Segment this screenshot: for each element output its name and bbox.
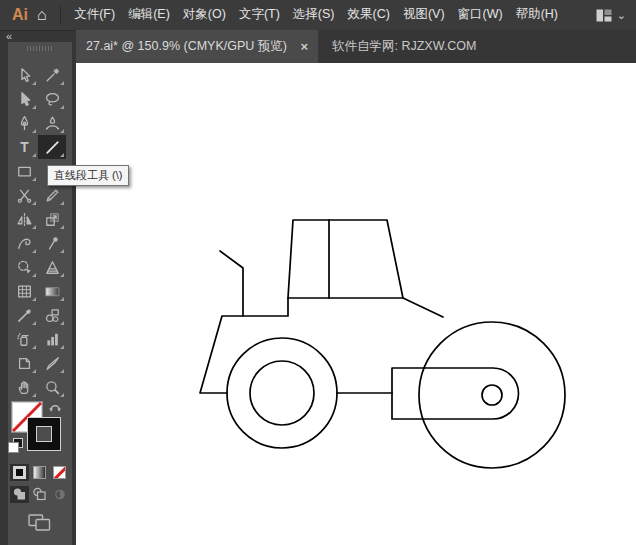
column-graph-tool-icon xyxy=(44,331,61,348)
handrail-line[interactable] xyxy=(403,298,443,317)
symbol-sprayer-tool[interactable] xyxy=(10,327,38,351)
scissors-tool[interactable] xyxy=(10,183,38,207)
color-button[interactable] xyxy=(10,464,29,481)
menu-item-file[interactable]: 文件(F) xyxy=(68,0,122,30)
menu-item-object[interactable]: 对象(O) xyxy=(176,0,232,30)
tools-grid: T xyxy=(10,63,66,399)
symbol-sprayer-tool-icon xyxy=(16,331,33,348)
document-tab[interactable]: 27.ai* @ 150.9% (CMYK/GPU 预览) × xyxy=(76,30,318,63)
swap-fill-stroke-icon[interactable] xyxy=(48,401,63,415)
eyedropper-tool[interactable] xyxy=(10,303,38,327)
hand-tool[interactable] xyxy=(10,375,38,399)
workspace-grid-icon xyxy=(596,9,612,22)
lasso-tool[interactable] xyxy=(38,87,66,111)
draw-inside-icon xyxy=(52,487,68,502)
rectangle-tool[interactable] xyxy=(10,159,38,183)
menu-item-help[interactable]: 帮助(H) xyxy=(509,0,564,30)
none-button[interactable] xyxy=(50,464,69,481)
draw-behind-button[interactable] xyxy=(30,486,49,503)
artboard-tool-icon xyxy=(16,355,33,372)
pencil-tool[interactable] xyxy=(38,183,66,207)
column-graph-tool[interactable] xyxy=(38,327,66,351)
rectangle-tool-icon xyxy=(16,163,33,180)
scale-tool[interactable] xyxy=(38,207,66,231)
perspective-grid-tool-icon xyxy=(44,259,61,276)
svg-text:T: T xyxy=(20,139,29,155)
draw-inside-button[interactable] xyxy=(50,486,69,503)
curvature-tool-icon xyxy=(44,115,61,132)
slice-tool[interactable] xyxy=(38,351,66,375)
hand-tool-icon xyxy=(16,379,33,396)
line-segment-tool[interactable] xyxy=(38,135,66,159)
none-icon xyxy=(54,467,65,478)
collapse-panel-button[interactable]: « xyxy=(6,31,12,42)
menu-item-type[interactable]: 文字(T) xyxy=(232,0,286,30)
cab-shape[interactable] xyxy=(288,220,403,298)
draw-normal-icon xyxy=(12,487,28,502)
panel-drag-handle[interactable] xyxy=(27,46,53,51)
direct-selection-tool-icon xyxy=(16,91,33,108)
gradient-tool[interactable] xyxy=(38,279,66,303)
main-menu: 文件(F)编辑(E)对象(O)文字(T)选择(S)效果(C)视图(V)窗口(W)… xyxy=(68,0,565,30)
illustrator-logo: Ai xyxy=(12,6,28,24)
selection-tool-icon xyxy=(16,67,33,84)
screen-mode-icon[interactable] xyxy=(28,514,52,532)
perspective-grid-tool[interactable] xyxy=(38,255,66,279)
default-fill-stroke-icon[interactable] xyxy=(9,439,24,453)
menu-item-select[interactable]: 选择(S) xyxy=(286,0,341,30)
mesh-tool-icon xyxy=(16,283,33,300)
gradient-button[interactable] xyxy=(30,464,49,481)
zoom-tool[interactable] xyxy=(38,375,66,399)
artboard-canvas[interactable] xyxy=(76,63,636,545)
menu-item-edit[interactable]: 编辑(E) xyxy=(122,0,177,30)
width-tool-icon xyxy=(16,235,33,252)
artboard-tool[interactable] xyxy=(10,351,38,375)
chevron-down-icon: ⌄ xyxy=(617,9,626,22)
rear-wheel-outer[interactable] xyxy=(227,338,337,448)
menu-separator xyxy=(60,6,61,24)
pen-tool-icon xyxy=(16,115,33,132)
line-segment-tool-icon xyxy=(44,139,61,156)
blend-tool-icon xyxy=(44,307,61,324)
menu-bar: Ai ⌂ 文件(F)编辑(E)对象(O)文字(T)选择(S)效果(C)视图(V)… xyxy=(0,0,636,31)
roller-frame[interactable] xyxy=(392,368,519,419)
draw-normal-button[interactable] xyxy=(10,486,29,503)
direct-selection-tool[interactable] xyxy=(10,87,38,111)
selection-tool[interactable] xyxy=(10,63,38,87)
menu-item-view[interactable]: 视图(V) xyxy=(396,0,451,30)
fill-stroke-widget xyxy=(8,400,72,460)
workspace-switcher[interactable]: ⌄ xyxy=(596,9,626,22)
reflect-tool-icon xyxy=(16,211,33,228)
tab-close-icon[interactable]: × xyxy=(298,39,310,54)
pen-tool[interactable] xyxy=(10,111,38,135)
pencil-tool-icon xyxy=(44,187,61,204)
stroke-swatch-black[interactable] xyxy=(28,418,60,450)
roller-drum[interactable] xyxy=(419,322,565,468)
rear-wheel-hub[interactable] xyxy=(250,361,314,425)
puppet-warp-tool-icon xyxy=(44,235,61,252)
menu-item-effect[interactable]: 效果(C) xyxy=(341,0,396,30)
exhaust-pipe-line[interactable] xyxy=(220,251,243,316)
roller-pin[interactable] xyxy=(482,385,502,405)
shape-builder-tool[interactable] xyxy=(10,255,38,279)
document-tab-title: 27.ai* @ 150.9% (CMYK/GPU 预览) xyxy=(86,38,298,55)
reflect-tool[interactable] xyxy=(10,207,38,231)
home-icon[interactable]: ⌂ xyxy=(37,7,47,23)
type-tool[interactable]: T xyxy=(10,135,38,159)
slice-tool-icon xyxy=(44,355,61,372)
color-type-buttons xyxy=(10,464,69,481)
lasso-tool-icon xyxy=(44,91,61,108)
gradient-tool-icon xyxy=(44,283,61,300)
blend-tool[interactable] xyxy=(38,303,66,327)
drawing-mode-buttons xyxy=(10,486,69,503)
draw-behind-icon xyxy=(32,487,48,502)
puppet-warp-tool[interactable] xyxy=(38,231,66,255)
mesh-tool[interactable] xyxy=(10,279,38,303)
body-outline[interactable] xyxy=(200,298,288,393)
scissors-tool-icon xyxy=(16,187,33,204)
magic-wand-tool[interactable] xyxy=(38,63,66,87)
tool-tooltip: 直线段工具 (\) xyxy=(47,165,129,186)
menu-item-window[interactable]: 窗口(W) xyxy=(451,0,509,30)
width-tool[interactable] xyxy=(10,231,38,255)
curvature-tool[interactable] xyxy=(38,111,66,135)
